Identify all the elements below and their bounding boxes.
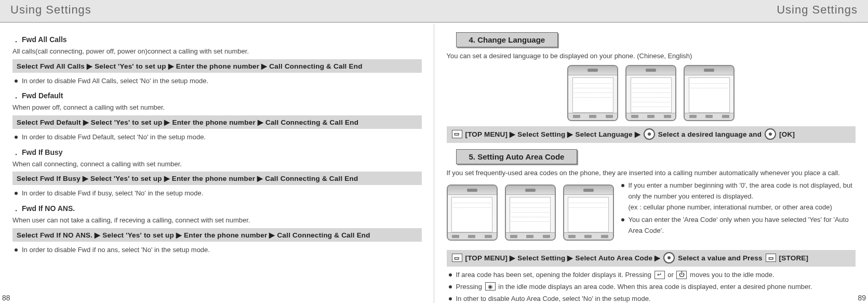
bullet-icon (449, 285, 452, 288)
end-key-icon: ↵ (655, 271, 665, 279)
fwd-if-busy-heading: ．Fwd If Busy (12, 148, 422, 157)
right-column: 4. Change Language You can set a desired… (434, 23, 869, 303)
bullet-icon (15, 80, 18, 83)
bullet-icon (621, 184, 624, 187)
section-5-bullet-1: If area code has been set, opening the f… (447, 270, 856, 281)
fwd-if-no-ans-note: In order to disable Fwd if no ans, selec… (12, 245, 422, 256)
bullet-icon (15, 136, 18, 139)
column-divider (434, 24, 434, 303)
phone-mock (505, 185, 556, 241)
note-area-code-yes: You can enter the 'Area Code' only when … (619, 215, 856, 236)
fwd-all-calls-heading: ．Fwd All Calls (12, 35, 422, 45)
section-5-tab: 5. Setting Auto Area Code (456, 149, 578, 164)
nav-key-icon: ◉ (485, 282, 496, 291)
section-5-instruction: ▭ [TOP MENU] ▶ Select Setting ▶ Select A… (447, 250, 856, 267)
bullet-icon (449, 273, 452, 276)
section-5-body: If you enter a number beginning with '0'… (447, 180, 856, 246)
softkey-icon: ▭ (452, 254, 462, 262)
page-number-right: 89 (858, 294, 866, 302)
fwd-default-note: In order to disable Fwd Default, select … (12, 132, 422, 143)
fwd-default-instruction: Select Fwd Default ▶ Select 'Yes' to set… (12, 115, 422, 129)
fwd-if-busy-note: In order to disable Fwd if busy, select … (12, 188, 422, 199)
phone-mock (563, 185, 614, 241)
phone-mock (447, 185, 498, 241)
softkey-icon: ▭ (452, 130, 462, 138)
header-title-left: Using Settings (10, 3, 91, 17)
fwd-if-busy-desc: When call connecting, connect a calling … (12, 160, 422, 169)
nav-wheel-icon (663, 252, 675, 264)
fwd-all-calls-desc: All calls(call connecting, power off, po… (12, 47, 422, 56)
fwd-if-no-ans-heading: ．Fwd If NO ANS. (12, 204, 422, 214)
section-5-desc: If you set frequently-used area codes on… (447, 168, 856, 178)
softkey-icon: ▭ (766, 254, 776, 262)
header-title-right: Using Settings (777, 3, 858, 17)
note-area-code-zero: If you enter a number beginning with '0'… (619, 180, 856, 213)
phone-mock (684, 65, 735, 121)
section-4-desc: You can set a desired language to be dis… (447, 51, 856, 61)
section-4-tab: 4. Change Language (456, 32, 558, 47)
bullet-icon (15, 248, 18, 252)
bullet-icon (15, 192, 18, 195)
page-header: Using Settings Using Settings (0, 0, 868, 23)
page-numbers: 88 89 (0, 294, 868, 302)
bullet-icon (621, 218, 624, 221)
fwd-default-heading: ．Fwd Default (12, 91, 422, 101)
fwd-default-desc: When power off, connect a calling with s… (12, 103, 422, 112)
section-4-screenshots (447, 65, 856, 121)
section-4-instruction: ▭ [TOP MENU] ▶ Select Setting ▶ Select L… (447, 126, 856, 143)
nav-wheel-icon (644, 128, 655, 140)
section-5-bullet-2: Pressing ◉ in the idle mode displays an … (447, 282, 856, 293)
fwd-all-calls-instruction: Select Fwd All Calls ▶ Select 'Yes' to s… (12, 59, 422, 73)
phone-mock (625, 65, 676, 121)
fwd-if-busy-instruction: Select Fwd If Busy ▶ Select 'Yes' to set… (12, 172, 422, 185)
power-key-icon: ⏻ (676, 271, 687, 279)
fwd-all-calls-note: In order to disable Fwd All Calls, selec… (12, 76, 422, 87)
ok-button-icon (765, 128, 776, 140)
phone-mock (567, 65, 618, 121)
left-column: ．Fwd All Calls All calls(call connecting… (0, 23, 434, 303)
fwd-if-no-ans-instruction: Select Fwd If NO ANS. ▶ Select 'Yes' to … (12, 228, 422, 242)
section-5-notes: If you enter a number beginning with '0'… (619, 180, 856, 246)
page-number-left: 88 (2, 294, 10, 302)
fwd-if-no-ans-desc: When user can not take a calling, if rec… (12, 216, 422, 225)
section-5-screenshots (447, 185, 614, 241)
